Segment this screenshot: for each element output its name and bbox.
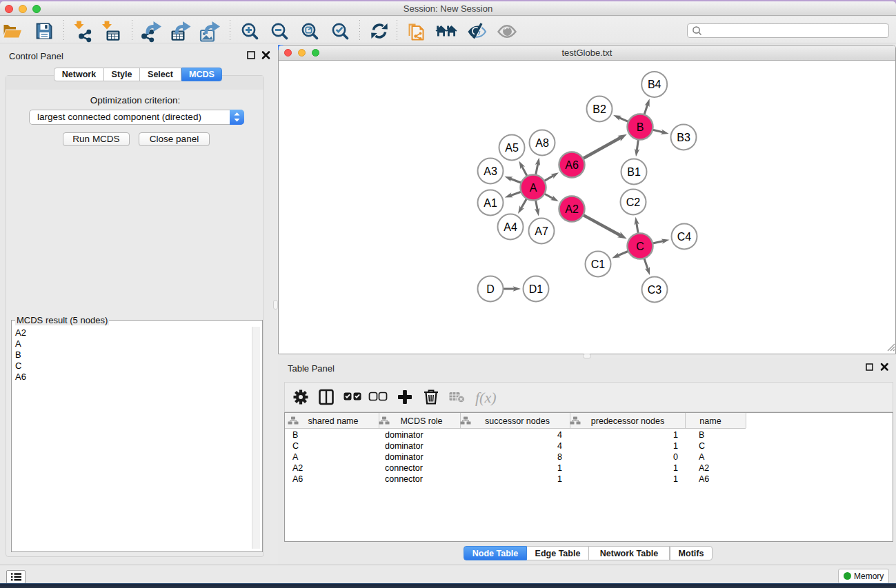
svg-text:connector: connector [385, 463, 423, 473]
svg-text:0: 0 [673, 452, 678, 462]
svg-text:B: B [292, 430, 298, 440]
svg-text:C2: C2 [626, 196, 641, 208]
svg-text:A2: A2 [292, 463, 303, 473]
svg-text:A6: A6 [565, 159, 579, 171]
svg-text:dominator: dominator [385, 452, 424, 462]
svg-text:A3: A3 [484, 165, 497, 177]
svg-text:B4: B4 [648, 79, 661, 90]
svg-text:A2: A2 [699, 463, 709, 473]
svg-text:A1: A1 [484, 197, 497, 209]
svg-text:A: A [292, 452, 299, 462]
svg-text:A4: A4 [504, 221, 517, 233]
svg-text:1: 1 [673, 430, 678, 440]
svg-text:1: 1 [673, 474, 678, 484]
svg-text:B1: B1 [627, 166, 641, 178]
svg-text:A6: A6 [699, 474, 709, 484]
svg-text:1: 1 [557, 463, 562, 473]
svg-text:MCDS role: MCDS role [400, 416, 442, 426]
svg-text:C: C [292, 441, 299, 451]
svg-text:A5: A5 [505, 142, 519, 154]
svg-text:A8: A8 [535, 137, 549, 149]
svg-text:A6: A6 [292, 474, 303, 484]
svg-text:dominator: dominator [385, 430, 424, 440]
svg-text:A2: A2 [565, 203, 579, 215]
svg-text:C3: C3 [648, 284, 662, 296]
svg-text:C4: C4 [677, 231, 692, 243]
svg-text:f(x): f(x) [475, 389, 497, 406]
svg-text:D: D [486, 283, 495, 295]
svg-text:4: 4 [557, 441, 562, 451]
svg-text:1: 1 [673, 441, 678, 451]
svg-text:successor nodes: successor nodes [485, 416, 550, 426]
svg-text:8: 8 [557, 452, 562, 462]
svg-text:1: 1 [557, 474, 562, 484]
svg-text:C: C [699, 441, 705, 451]
svg-text:B2: B2 [593, 103, 606, 115]
svg-text:4: 4 [557, 430, 562, 440]
svg-text:B: B [699, 430, 704, 440]
svg-text:A7: A7 [535, 225, 548, 237]
svg-text:A: A [699, 452, 705, 462]
svg-text:name: name [699, 416, 721, 426]
svg-text:C1: C1 [591, 258, 606, 270]
svg-text:dominator: dominator [385, 441, 424, 451]
svg-text:D1: D1 [529, 283, 544, 295]
svg-text:1: 1 [673, 463, 678, 473]
svg-text:B: B [637, 121, 644, 133]
svg-text:predecessor nodes: predecessor nodes [591, 416, 664, 426]
svg-text:B3: B3 [677, 132, 690, 143]
svg-text:connector: connector [385, 474, 423, 484]
svg-text:shared name: shared name [308, 416, 359, 426]
svg-text:A: A [530, 182, 537, 194]
svg-text:C: C [636, 241, 644, 252]
